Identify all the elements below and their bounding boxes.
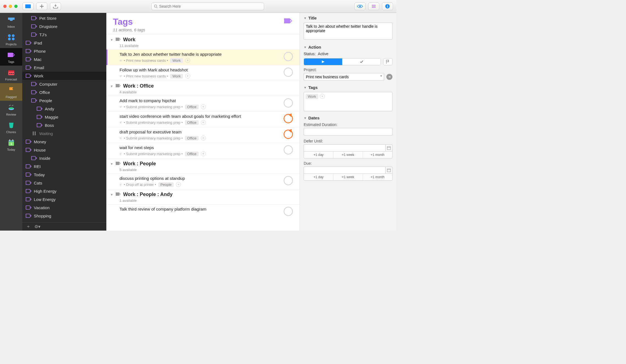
sidebar-tag[interactable]: Inside (22, 154, 106, 162)
perspective-inbox[interactable]: Inbox (0, 13, 22, 30)
search-field[interactable] (151, 2, 264, 10)
status-segmented-control[interactable] (304, 58, 381, 65)
sidebar-tag[interactable]: Maggie (22, 113, 106, 121)
task-tag-chip[interactable]: Office (185, 136, 199, 141)
add-tag-chip-button[interactable]: + (201, 104, 206, 109)
window-close-button[interactable] (3, 5, 7, 8)
quick-date-button[interactable]: +1 week (333, 152, 362, 158)
task-status-circle[interactable] (284, 98, 293, 108)
quick-date-button[interactable]: +1 month (363, 174, 392, 180)
sidebar-tag[interactable]: Pet Store (22, 14, 106, 22)
sidebar-settings-button[interactable]: ⚙︎▾ (34, 224, 40, 229)
add-tag-token-button[interactable]: + (320, 94, 325, 99)
drag-handle-icon[interactable]: ≡ (120, 136, 122, 140)
task-row[interactable]: Add mark to company hipchat≡• Submit pre… (106, 96, 300, 111)
inspector-action-heading[interactable]: ▼Action (304, 45, 392, 49)
sidebar-tag[interactable]: TJ's (22, 30, 106, 39)
inspector-tags-heading[interactable]: ▼Tags (304, 85, 392, 90)
new-item-button[interactable] (36, 2, 47, 10)
sidebar-tag[interactable]: High Energy (22, 187, 106, 195)
perspective-tags[interactable]: Tags (0, 48, 22, 66)
task-tag-chip[interactable]: Office (185, 152, 199, 156)
sidebar-tag[interactable]: Vacation (22, 203, 106, 212)
list-mode-button[interactable] (368, 2, 379, 10)
sidebar-tag[interactable]: Cats (22, 179, 106, 187)
task-status-circle[interactable] (284, 176, 293, 185)
window-zoom-button[interactable] (14, 5, 18, 8)
estimated-duration-field[interactable] (304, 128, 392, 136)
sidebar-tag[interactable]: Office (22, 88, 106, 96)
quick-date-button[interactable]: +1 day (304, 152, 333, 158)
section-header[interactable]: ▼Work : Office (106, 81, 300, 91)
drag-handle-icon[interactable]: ≡ (120, 121, 122, 125)
add-tag-chip-button[interactable]: + (185, 74, 190, 79)
sidebar-tag[interactable]: Computer (22, 80, 106, 88)
task-status-circle[interactable] (284, 145, 293, 155)
sidebar-tag[interactable]: Phone (22, 47, 106, 55)
toggle-sidebar-button[interactable] (23, 2, 34, 10)
sidebar-tag[interactable]: Andy (22, 105, 106, 113)
sidebar-tag[interactable]: Boss (22, 121, 106, 129)
tag-token[interactable]: Work (306, 94, 318, 99)
task-row[interactable]: start video conference with team about g… (106, 111, 300, 127)
quick-entry-button[interactable] (50, 2, 61, 10)
quick-date-button[interactable]: +1 day (304, 174, 333, 180)
add-tag-chip-button[interactable]: + (185, 58, 190, 63)
drag-handle-icon[interactable]: ≡ (120, 58, 122, 63)
quick-date-button[interactable]: +1 week (333, 174, 362, 180)
add-tag-button[interactable]: ＋ (26, 224, 31, 229)
sidebar-tag[interactable]: Work (22, 72, 106, 80)
add-tag-chip-button[interactable]: + (201, 120, 206, 125)
inspector-title-field[interactable] (304, 23, 392, 40)
task-tag-chip[interactable]: Office (185, 105, 199, 109)
window-minimize-button[interactable] (9, 5, 12, 8)
task-row[interactable]: Talk third review of company platform di… (106, 204, 300, 218)
add-tag-chip-button[interactable]: + (201, 136, 206, 141)
flag-toggle[interactable] (383, 58, 392, 65)
add-tag-chip-button[interactable]: + (176, 182, 181, 187)
task-status-circle[interactable] (284, 52, 293, 61)
inspector-toggle-button[interactable] (382, 2, 393, 10)
search-input[interactable] (159, 4, 262, 9)
perspective-review[interactable]: Review (0, 101, 22, 118)
drag-handle-icon[interactable]: ≡ (120, 183, 122, 187)
add-tag-chip-button[interactable]: + (201, 151, 206, 156)
status-completed-button[interactable] (342, 58, 381, 65)
sidebar-tag[interactable]: Mac (22, 55, 106, 63)
sidebar-tag[interactable]: Money (22, 138, 106, 146)
status-active-button[interactable] (304, 58, 342, 65)
defer-calendar-button[interactable] (385, 144, 392, 152)
task-row[interactable]: Talk to Jen about whether twitter handle… (106, 49, 300, 65)
task-tag-chip[interactable]: Office (185, 120, 199, 125)
goto-project-button[interactable]: ➜ (386, 74, 392, 80)
sidebar-tag[interactable]: Shopping (22, 212, 106, 220)
sidebar-tag[interactable]: House (22, 146, 106, 154)
task-status-circle[interactable] (284, 114, 293, 123)
sidebar-tag[interactable]: REI (22, 162, 106, 170)
task-row[interactable]: wait for next steps≡• Submit preliminary… (106, 143, 300, 158)
view-options-button[interactable] (354, 2, 365, 10)
inspector-title-heading[interactable]: ▼Title (304, 16, 392, 20)
perspective-forecast[interactable]: Forecast (0, 66, 22, 83)
perspective-chores[interactable]: Chores (0, 118, 22, 136)
task-row[interactable]: discuss printing options at standup≡• Dr… (106, 173, 300, 189)
project-select[interactable] (304, 73, 384, 81)
defer-until-field[interactable] (304, 144, 385, 152)
section-header[interactable]: ▼Work : People (106, 158, 300, 168)
perspective-flagged[interactable]: Flagged (0, 83, 22, 101)
section-header[interactable]: ▼Work (106, 34, 300, 44)
perspective-projects[interactable]: Projects (0, 30, 22, 48)
section-header[interactable]: ▼Work : People : Andy (106, 189, 300, 199)
tags-token-field[interactable]: Work+ (304, 92, 392, 111)
task-row[interactable]: draft proposal for executive team≡• Subm… (106, 127, 300, 143)
sidebar-tag[interactable]: Email (22, 63, 106, 72)
sidebar-tag[interactable]: iPad (22, 39, 106, 47)
sidebar-tag[interactable]: Waiting (22, 129, 106, 138)
quick-date-button[interactable]: +1 month (363, 152, 392, 158)
task-tag-chip[interactable]: Work (170, 74, 183, 79)
sidebar-tag[interactable]: People (22, 96, 106, 105)
task-tag-chip[interactable]: Work (170, 58, 183, 63)
perspective-today[interactable]: 1Today (0, 136, 22, 153)
due-calendar-button[interactable] (385, 167, 392, 174)
task-status-circle[interactable] (284, 130, 293, 139)
